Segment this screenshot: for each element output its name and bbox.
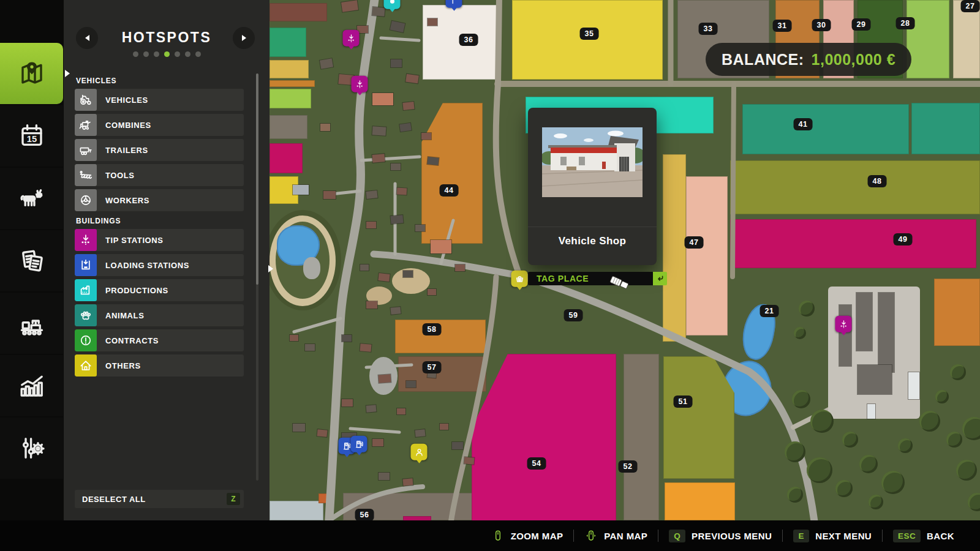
hotspot-item-tools[interactable]: TOOLS [75, 164, 244, 186]
balance-label: BALANCE: [722, 51, 804, 69]
marker-pointer [389, 9, 395, 12]
tree [807, 457, 832, 483]
hotspot-item-label: WORKERS [105, 196, 149, 205]
village-house [372, 7, 385, 17]
hint-divider [882, 530, 883, 542]
field-label-21: 21 [760, 305, 779, 317]
svg-text:15: 15 [26, 134, 36, 144]
steering-wheel-icon [75, 189, 97, 211]
hotspot-item-label: TIP STATIONS [105, 236, 164, 245]
village-house [320, 124, 330, 131]
calendar-icon: 15 [17, 121, 47, 151]
panel-scrollbar-thumb[interactable] [256, 73, 258, 285]
sidebar-item-statistics[interactable] [0, 355, 63, 416]
village-house [399, 123, 411, 132]
marker-pointer [344, 454, 350, 457]
field-label-58: 58 [423, 323, 442, 335]
farm-building [839, 305, 851, 366]
village-house [366, 405, 377, 412]
tree [810, 410, 834, 433]
alert-icon [78, 333, 93, 348]
plow-icon [75, 164, 97, 186]
village-house [431, 240, 451, 253]
worker-marker[interactable] [411, 444, 428, 460]
tip-station-marker[interactable] [352, 76, 368, 92]
tree [835, 480, 853, 497]
village-house [402, 102, 414, 110]
sidebar-item-calendar[interactable]: 15 [0, 105, 63, 167]
tag-place-enter-button[interactable] [653, 272, 667, 285]
plow-icon [78, 168, 93, 182]
village-house [427, 157, 439, 165]
water-marker[interactable] [384, 0, 401, 9]
village-house [391, 163, 401, 170]
tip-station-marker[interactable] [835, 316, 852, 332]
sidebar-item-contracts[interactable] [0, 230, 63, 291]
statistics-icon [17, 371, 47, 400]
field-label-44: 44 [440, 184, 459, 197]
sidebar-item-settings[interactable] [0, 418, 63, 479]
hotspot-item-trailers[interactable]: TRAILERS [75, 139, 244, 161]
tip-station-icon [345, 32, 356, 43]
fuel-marker[interactable] [351, 436, 368, 452]
village-house [428, 18, 437, 26]
farm-building [878, 293, 894, 372]
hotspot-filter-list: VEHICLESVEHICLESCOMBINESTRAILERSTOOLSWOR… [75, 71, 244, 380]
sidebar-item-animals[interactable] [0, 168, 63, 229]
tractor-icon [75, 89, 97, 111]
village-house [372, 439, 383, 446]
village-house [366, 190, 377, 199]
input-hint-label: NEXT MENU [815, 531, 872, 541]
hotspot-item-animals[interactable]: ANIMALS [75, 304, 244, 326]
village-house [391, 59, 402, 67]
key-hint-esc: ESC [893, 530, 921, 542]
hotspot-item-label: TOOLS [105, 171, 135, 180]
mouse-icon [491, 529, 505, 542]
input-hint-label: ZOOM MAP [511, 531, 564, 541]
production-icon [17, 309, 47, 338]
world-map[interactable]: 3635333130292827414849474421595857545152… [270, 0, 980, 520]
hotspot-item-others[interactable]: OTHERS [75, 354, 244, 377]
village-house [360, 264, 369, 271]
map-icon [17, 59, 47, 88]
deselect-all-button[interactable]: DESELECT ALL Z [75, 490, 244, 508]
input-hint-label: BACK [927, 531, 954, 541]
shop-marker[interactable] [511, 271, 528, 287]
hotspot-item-workers[interactable]: WORKERS [75, 189, 244, 211]
village-house [415, 429, 425, 437]
village-house [455, 264, 465, 271]
sidebar-expand-arrow[interactable] [65, 70, 70, 77]
hotspot-item-vehicles[interactable]: VEHICLES [75, 89, 244, 111]
field-label-35: 35 [580, 28, 599, 40]
sidebar-item-production[interactable] [0, 293, 63, 354]
hotspot-item-tip-stations[interactable]: TIP STATIONS [75, 229, 244, 251]
hint-divider [573, 530, 574, 542]
field-label-54: 54 [527, 457, 546, 470]
balance-display: BALANCE: 1,000,000 € [706, 43, 911, 76]
hotspot-item-contracts[interactable]: CONTRACTS [75, 329, 244, 351]
chevron-right-icon [242, 35, 246, 41]
village-house [379, 374, 391, 383]
landmark-marker[interactable] [446, 0, 462, 8]
tooltip-divider [528, 227, 657, 227]
tree [881, 471, 905, 494]
hotspot-item-loading-stations[interactable]: LOADING STATIONS [75, 254, 244, 276]
key-hint-e: E [793, 530, 809, 542]
pager-next-button[interactable] [233, 27, 255, 49]
tip-station-marker[interactable] [343, 30, 360, 47]
village-house [406, 381, 416, 388]
tractor-icon [78, 92, 93, 107]
field-label-27: 27 [961, 0, 980, 12]
person-icon [413, 446, 424, 457]
village-house [390, 215, 403, 224]
pager-dot [133, 51, 138, 57]
village-house [440, 424, 448, 430]
hotspot-item-productions[interactable]: PRODUCTIONS [75, 279, 244, 301]
marker-pointer [356, 452, 362, 455]
panel-collapse-arrow[interactable] [268, 265, 273, 272]
hotspot-item-combines[interactable]: COMBINES [75, 114, 244, 136]
village-house [428, 289, 436, 295]
sidebar-item-map[interactable] [0, 43, 63, 104]
tip-station-icon [78, 233, 93, 247]
mouse-icon [491, 529, 505, 542]
